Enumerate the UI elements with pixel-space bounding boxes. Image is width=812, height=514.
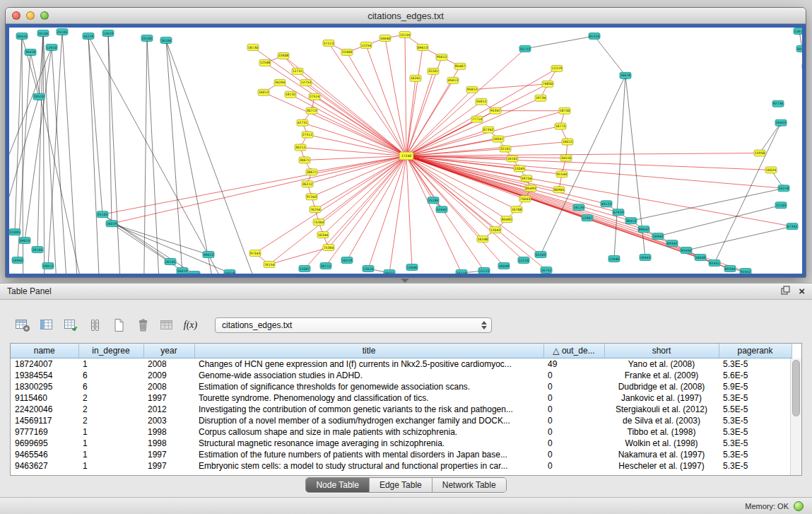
graph-node[interactable]: 16024 [765, 167, 777, 173]
graph-node[interactable]: 31005 [9, 229, 20, 235]
graph-edge[interactable] [88, 36, 101, 274]
graph-edge[interactable] [329, 156, 406, 247]
graph-node[interactable]: 16219 [83, 33, 94, 39]
graph-node[interactable]: 12219 [551, 65, 563, 71]
graph-node[interactable]: 55812 [476, 98, 487, 105]
graph-edge[interactable] [405, 35, 406, 156]
table-row[interactable]: 977716911998Corpus callosum shape and si… [11, 426, 792, 438]
graph-edge[interactable] [472, 84, 548, 90]
edit-column-icon[interactable] [61, 316, 80, 334]
graph-node[interactable]: 16219 [456, 270, 467, 274]
graph-edge[interactable] [112, 223, 230, 273]
tab-edge-table[interactable]: Edge Table [370, 478, 433, 492]
graph-edge[interactable] [406, 71, 433, 156]
graph-node[interactable]: 22400 [341, 49, 353, 55]
graph-edge[interactable] [406, 90, 472, 156]
graph-node[interactable]: 15154 [399, 31, 411, 37]
graph-node[interactable]: 16124 [573, 204, 584, 211]
graph-node[interactable]: 80965 [553, 187, 565, 193]
graph-node[interactable]: 16344 [317, 232, 329, 238]
table-row[interactable]: 946554611997Estimation of the future num… [11, 449, 792, 460]
graph-node[interactable]: 51642 [436, 206, 447, 213]
graph-edge[interactable] [88, 36, 102, 214]
graph-edge[interactable] [166, 40, 271, 274]
tab-node-table[interactable]: Node Table [306, 478, 370, 492]
graph-node[interactable]: 15184 [428, 197, 439, 204]
graph-edge[interactable] [406, 102, 481, 156]
graph-edge[interactable] [43, 33, 59, 274]
graph-node[interactable]: 26105 [32, 247, 43, 253]
graph-node[interactable]: 59015 [19, 238, 30, 244]
graph-node[interactable]: 30713 [306, 107, 317, 114]
network-canvas[interactable]: 1724018130125482260812751342041601218132… [9, 28, 802, 274]
graph-edge[interactable] [406, 78, 416, 156]
graph-edge[interactable] [385, 38, 406, 156]
graph-edge[interactable] [406, 98, 541, 156]
graph-edge[interactable] [406, 156, 412, 267]
graph-node[interactable]: 18750 [559, 107, 570, 114]
graph-edge[interactable] [306, 83, 406, 156]
graph-node[interactable]: 34204 [274, 79, 286, 86]
graph-node[interactable]: 25105 [141, 35, 153, 41]
graph-node[interactable]: 92734 [772, 100, 784, 107]
graph-node[interactable]: 16104 [37, 30, 49, 36]
graph-edge[interactable] [15, 36, 22, 232]
column-header-out_de[interactable]: △ out_de... [543, 344, 604, 358]
window-minimize-button[interactable] [26, 11, 35, 20]
graph-node[interactable]: 32161 [500, 146, 511, 152]
graph-node[interactable]: 45613 [447, 77, 459, 83]
graph-node[interactable]: 15123 [478, 268, 490, 274]
show-column-icon[interactable] [37, 316, 56, 334]
graph-edge[interactable] [108, 33, 112, 223]
graph-edge[interactable] [166, 40, 186, 274]
graph-node[interactable]: 16752 [541, 267, 552, 274]
graph-node[interactable]: 16019 [177, 268, 188, 274]
graph-node[interactable]: 91544 [556, 171, 567, 177]
graph-node[interactable]: 57213 [323, 40, 334, 46]
graph-node[interactable]: 52203 [535, 252, 546, 258]
graph-node[interactable]: 16021 [384, 270, 395, 274]
graph-node[interactable]: 12619 [102, 30, 114, 36]
graph-node[interactable]: 67342 [483, 127, 494, 133]
graph-node[interactable]: 30671 [299, 157, 310, 163]
graph-node[interactable]: 75364 [313, 219, 324, 226]
column-header-name[interactable]: name [11, 344, 78, 358]
graph-edge[interactable] [347, 156, 406, 260]
table-row[interactable]: 1938455462009Genome-wide association stu… [11, 370, 792, 381]
graph-node[interactable]: 19734 [535, 95, 546, 101]
graph-edge[interactable] [43, 33, 45, 274]
graph-edge[interactable] [302, 123, 406, 156]
graph-node[interactable]: 12548 [259, 59, 271, 66]
graph-node[interactable]: 69613 [417, 44, 428, 50]
graph-edge[interactable] [264, 93, 406, 156]
graph-node[interactable]: 95347 [490, 107, 501, 114]
graph-node[interactable]: 75364 [323, 245, 334, 251]
graph-edge[interactable] [312, 156, 406, 197]
graph-edge[interactable] [760, 123, 781, 153]
table-row[interactable]: 1872400712008Changes of HCN gene express… [11, 358, 792, 370]
graph-node[interactable]: 75643 [519, 196, 531, 202]
graph-node[interactable]: 16248 [477, 236, 488, 243]
window-zoom-button[interactable] [40, 11, 49, 20]
window-close-button[interactable] [12, 11, 20, 20]
graph-edge[interactable] [406, 156, 792, 226]
table-row[interactable]: 969969511998Structural magnetic resonanc… [11, 438, 792, 449]
table-mode-icon[interactable] [13, 316, 32, 334]
graph-node[interactable]: 81310 [589, 33, 600, 39]
graph-node[interactable]: 59013 [42, 263, 54, 269]
graph-node[interactable]: 16640 [379, 35, 391, 41]
graph-node[interactable]: 16218 [778, 185, 789, 192]
graph-edge[interactable] [594, 36, 625, 76]
graph-edge[interactable] [269, 247, 329, 264]
graph-node[interactable]: 16104 [160, 37, 172, 43]
graph-edge[interactable] [389, 156, 406, 273]
graph-node[interactable]: 27512 [302, 132, 313, 138]
graph-node[interactable]: 25105 [97, 211, 108, 218]
graph-node[interactable]: 69344 [724, 266, 736, 272]
graph-node[interactable]: 30112 [320, 263, 331, 269]
graph-node[interactable]: 67342 [787, 223, 798, 230]
table-row[interactable]: 1830029562008Estimation of significance … [11, 381, 792, 392]
column-header-in_degree[interactable]: in_degree [78, 344, 143, 358]
graph-edge[interactable] [329, 43, 406, 156]
graph-node[interactable]: 36410 [16, 33, 28, 39]
